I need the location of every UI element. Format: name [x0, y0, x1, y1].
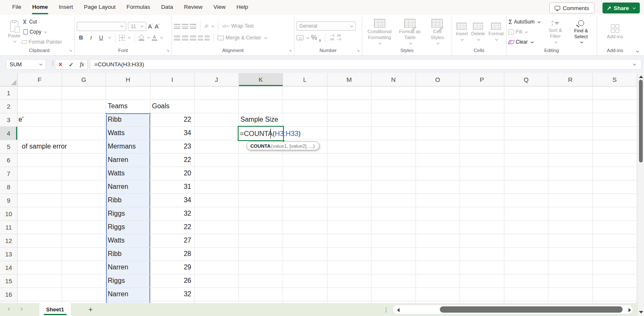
- cell-K13[interactable]: [239, 248, 283, 261]
- column-header-H[interactable]: H: [106, 73, 151, 86]
- cell-P8[interactable]: [460, 180, 504, 194]
- italic-button[interactable]: I: [87, 34, 95, 41]
- column-header-M[interactable]: M: [327, 73, 372, 86]
- cell-P6[interactable]: [460, 154, 504, 167]
- cell-M4[interactable]: [327, 127, 372, 140]
- cell-S2[interactable]: [593, 100, 637, 113]
- row-header-7[interactable]: 7: [0, 167, 18, 180]
- cell-P7[interactable]: [460, 167, 504, 180]
- cell-I16[interactable]: 32: [151, 288, 195, 301]
- decrease-font-icon[interactable]: Aˇ: [155, 23, 160, 30]
- cell-P1[interactable]: [460, 86, 504, 100]
- copy-button[interactable]: Copy: [22, 27, 62, 37]
- menu-tab-review[interactable]: Review: [179, 0, 208, 15]
- column-header-O[interactable]: O: [416, 73, 460, 86]
- menu-tab-home[interactable]: Home: [27, 0, 54, 15]
- cell-G4[interactable]: [62, 127, 106, 140]
- cell-H7[interactable]: Watts: [106, 167, 151, 180]
- cell-O14[interactable]: [416, 261, 460, 274]
- borders-chevron-icon[interactable]: [128, 36, 131, 39]
- cell-O3[interactable]: [416, 113, 460, 127]
- cell-M1[interactable]: [327, 86, 372, 100]
- align-center-icon[interactable]: [182, 36, 188, 40]
- cell-Q10[interactable]: [504, 207, 549, 221]
- cell-H5[interactable]: Mermans: [106, 140, 151, 154]
- cell-M16[interactable]: [327, 288, 372, 301]
- cell-G10[interactable]: [62, 207, 106, 221]
- enter-formula-icon[interactable]: ✓: [69, 61, 74, 68]
- orientation-icon[interactable]: ab: [203, 23, 209, 29]
- cell-O12[interactable]: [416, 234, 460, 248]
- cell-L16[interactable]: [283, 288, 327, 301]
- cell-N13[interactable]: [371, 248, 416, 261]
- cell-J8[interactable]: [195, 180, 239, 194]
- cell-J11[interactable]: [195, 221, 239, 234]
- cell-I8[interactable]: 31: [151, 180, 195, 194]
- column-header-K[interactable]: K: [239, 73, 283, 86]
- cell-G2[interactable]: [62, 100, 106, 113]
- cell-Q16[interactable]: [504, 288, 549, 301]
- autosum-chevron-icon[interactable]: [538, 20, 540, 23]
- next-sheet-icon[interactable]: [20, 308, 23, 311]
- row-header-13[interactable]: 13: [0, 248, 18, 261]
- scroll-right-icon[interactable]: [628, 308, 631, 312]
- cell-J3[interactable]: [195, 113, 239, 127]
- menu-tab-formulas[interactable]: Formulas: [121, 0, 156, 15]
- cell-O2[interactable]: [416, 100, 460, 113]
- scroll-up-icon[interactable]: [639, 76, 643, 78]
- cell-O16[interactable]: [416, 288, 460, 301]
- horizontal-scrollbar[interactable]: [392, 305, 633, 314]
- cell-R11[interactable]: [548, 221, 593, 234]
- row-header-14[interactable]: 14: [0, 261, 18, 274]
- cell-N2[interactable]: [371, 100, 416, 113]
- cell-Q5[interactable]: [504, 140, 549, 154]
- paste-chevron-icon[interactable]: [13, 39, 16, 42]
- cell-O4[interactable]: [416, 127, 460, 140]
- row-header-3[interactable]: 3: [0, 113, 18, 127]
- row-header-5[interactable]: 5: [0, 140, 18, 154]
- cell-R3[interactable]: [548, 113, 593, 127]
- merge-center-chevron-icon[interactable]: [264, 36, 267, 39]
- cell-F12[interactable]: [18, 234, 62, 248]
- share-button[interactable]: ↗ Share: [602, 3, 640, 13]
- row-header-15[interactable]: 15: [0, 274, 18, 288]
- increase-indent-icon[interactable]: [205, 36, 210, 40]
- menu-tab-page-layout[interactable]: Page Layout: [78, 0, 121, 15]
- cell-J1[interactable]: [195, 86, 239, 100]
- row-header-10[interactable]: 10: [0, 207, 18, 221]
- orientation-chevron-icon[interactable]: [211, 24, 214, 27]
- cell-S1[interactable]: [593, 86, 637, 100]
- clipboard-dialog-launcher[interactable]: ↘: [69, 47, 72, 54]
- menu-tab-view[interactable]: View: [208, 0, 231, 15]
- cell-Q12[interactable]: [504, 234, 549, 248]
- cell-S10[interactable]: [593, 207, 637, 221]
- cell-K2[interactable]: [239, 100, 283, 113]
- cell-L12[interactable]: [283, 234, 327, 248]
- cell-K12[interactable]: [239, 234, 283, 248]
- decrease-indent-icon[interactable]: [198, 36, 203, 40]
- cell-S14[interactable]: [593, 261, 637, 274]
- cell-L14[interactable]: [283, 261, 327, 274]
- cell-H1[interactable]: [106, 86, 151, 100]
- cell-Q7[interactable]: [504, 167, 549, 180]
- cell-P12[interactable]: [460, 234, 504, 248]
- cell-G7[interactable]: [62, 167, 106, 180]
- cell-P16[interactable]: [460, 288, 504, 301]
- cell-L11[interactable]: [283, 221, 327, 234]
- cell-H13[interactable]: Ribb: [106, 248, 151, 261]
- cell-H3[interactable]: Ribb: [106, 113, 151, 127]
- cell-H8[interactable]: Narren: [106, 180, 151, 194]
- cell-O5[interactable]: [416, 140, 460, 154]
- cell-N7[interactable]: [371, 167, 416, 180]
- cell-O13[interactable]: [416, 248, 460, 261]
- borders-icon[interactable]: [119, 35, 125, 41]
- cell-N10[interactable]: [371, 207, 416, 221]
- number-dialog-launcher[interactable]: ↘: [356, 47, 360, 54]
- cell-F9[interactable]: [18, 194, 62, 207]
- cell-I11[interactable]: 22: [151, 221, 195, 234]
- cell-R1[interactable]: [548, 86, 593, 100]
- cell-S9[interactable]: [593, 194, 637, 207]
- cell-M7[interactable]: [327, 167, 372, 180]
- cell-R7[interactable]: [548, 167, 593, 180]
- cell-K16[interactable]: [239, 288, 283, 301]
